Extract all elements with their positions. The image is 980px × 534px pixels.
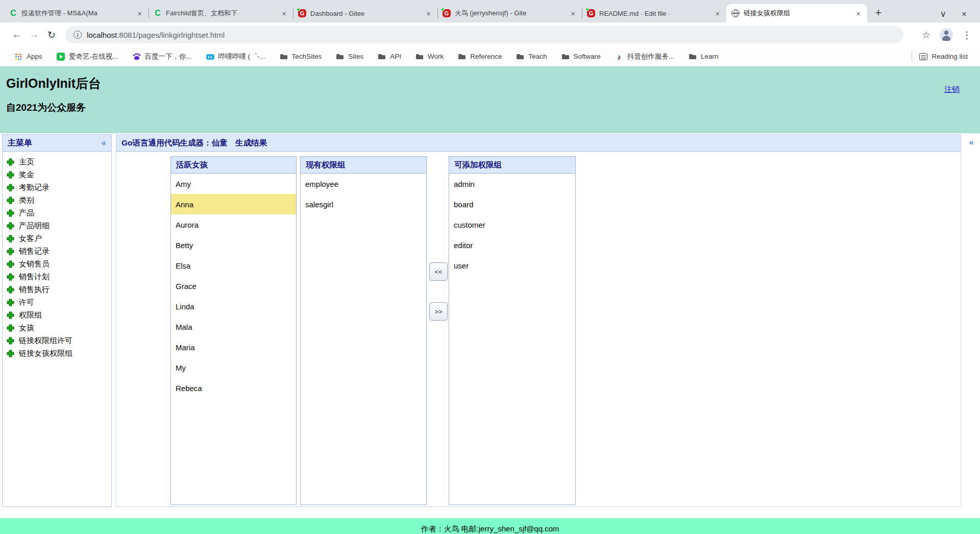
browser-tab[interactable]: 投递软件管理 - MS&A(Ma × xyxy=(4,4,149,22)
remove-rightset-button[interactable]: << xyxy=(429,262,448,281)
page-info-icon[interactable]: i xyxy=(74,31,82,39)
rightset-name: salesgirl xyxy=(305,200,333,209)
active-girls-list: Amy Anna Aurora Betty Elsa Grace Linda xyxy=(171,174,296,398)
menu-item[interactable]: 类别 xyxy=(7,194,111,207)
menu-item-label: 链接权限组许可 xyxy=(19,336,72,346)
bookmark-item[interactable]: Apps xyxy=(7,53,50,61)
menu-item[interactable]: 权限组 xyxy=(7,309,111,322)
bookmark-item[interactable]: API xyxy=(371,53,408,61)
bookmark-item[interactable]: TechSites xyxy=(273,53,329,61)
tab-close-icon[interactable]: × xyxy=(714,9,721,18)
tab-search-chevron-icon[interactable]: ∨ xyxy=(940,9,946,19)
bookmark-item[interactable]: Learn xyxy=(681,53,726,61)
browser-tab[interactable]: Fairchild首页、文档和下 × xyxy=(149,4,293,22)
bookmark-item[interactable]: 哔哩哔哩 (゜-... xyxy=(199,52,273,61)
page-footer: 作者：火鸟 电邮:jerry_shen_sjf@qq.com xyxy=(0,518,980,534)
rightset-row[interactable]: user xyxy=(449,255,575,276)
girl-row[interactable]: My xyxy=(171,357,296,378)
browser-tab[interactable]: README.md · Edit file · × xyxy=(582,4,726,22)
menu-item[interactable]: 链接女孩权限组 xyxy=(7,347,111,360)
reload-icon[interactable]: ↻ xyxy=(43,29,60,41)
logout-link[interactable]: 注销 xyxy=(944,85,960,94)
bookmark-item[interactable]: Sites xyxy=(329,53,371,61)
girl-name: Maria xyxy=(176,343,195,352)
tab-close-icon[interactable]: × xyxy=(136,9,143,18)
menu-item[interactable]: 链接权限组许可 xyxy=(7,334,111,347)
menu-item[interactable]: 主页 xyxy=(7,156,111,168)
rightset-row[interactable]: salesgirl xyxy=(301,194,426,214)
girl-row[interactable]: Mala xyxy=(171,317,296,337)
sidebar-collapse-icon[interactable]: « xyxy=(102,138,106,148)
bookmark-label: 百度一下，你... xyxy=(145,52,192,61)
menu-item[interactable]: 女孩 xyxy=(7,322,111,334)
bookmark-item[interactable]: 爱奇艺-在线视... xyxy=(50,52,126,61)
browser-tab[interactable]: 链接女孩权限组 × xyxy=(726,4,867,22)
browser-tab[interactable]: 火鸟 (jerryshensjf) - Gite × xyxy=(437,4,582,22)
menu-plus-icon xyxy=(7,222,14,230)
girl-row[interactable]: Anna xyxy=(171,194,296,214)
menu-item-label: 主页 xyxy=(19,157,34,167)
menu-item[interactable]: 女销售员 xyxy=(7,258,111,271)
rightset-row[interactable]: board xyxy=(449,194,575,214)
bookmark-icon xyxy=(378,53,386,61)
rightset-row[interactable]: editor xyxy=(449,235,575,255)
menu-item-label: 女孩 xyxy=(19,323,34,333)
menu-item[interactable]: 女客户 xyxy=(7,232,111,245)
divider xyxy=(912,52,912,62)
menu-item[interactable]: 产品明细 xyxy=(7,220,111,232)
window-close-icon[interactable]: × xyxy=(962,9,967,19)
girl-row[interactable]: Linda xyxy=(171,296,296,317)
menu-item[interactable]: 产品 xyxy=(7,207,111,220)
footer-text: 作者：火鸟 电邮:jerry_shen_sjf@qq.com xyxy=(421,524,559,534)
bookmark-item[interactable]: Teach xyxy=(509,53,554,61)
right-panel-collapse-icon[interactable]: « xyxy=(969,137,974,148)
browser-tab[interactable]: Dashboard - Gitee × xyxy=(293,4,437,22)
bookmark-item[interactable]: Work xyxy=(408,53,451,61)
back-icon[interactable]: ← xyxy=(8,29,26,40)
tab-favicon xyxy=(731,9,740,17)
menu-item[interactable]: 销售计划 xyxy=(7,271,111,283)
bookmark-item[interactable]: Software xyxy=(554,53,608,61)
tab-close-icon[interactable]: × xyxy=(425,9,432,18)
menu-item[interactable]: 许可 xyxy=(7,296,111,309)
girl-row[interactable]: Aurora xyxy=(171,214,296,235)
rightset-row[interactable]: customer xyxy=(449,214,575,235)
profile-avatar[interactable] xyxy=(940,28,953,41)
bookmark-icon xyxy=(458,53,466,61)
bookmark-item[interactable]: 抖音创作服务... xyxy=(608,52,681,61)
tab-favicon xyxy=(298,9,306,17)
bookmark-label: 抖音创作服务... xyxy=(627,52,674,61)
add-rightset-button[interactable]: >> xyxy=(429,302,448,321)
rightset-row[interactable]: admin xyxy=(449,174,575,194)
tab-close-icon[interactable]: × xyxy=(854,9,862,18)
notification-dot-icon xyxy=(585,8,589,11)
menu-plus-icon xyxy=(7,158,14,166)
bookmark-star-icon[interactable]: ☆ xyxy=(922,29,930,41)
girl-row[interactable]: Maria xyxy=(171,337,296,357)
browser-menu-icon[interactable]: ⋮ xyxy=(962,29,972,41)
rightset-row[interactable]: employee xyxy=(301,174,426,194)
girl-row[interactable]: Grace xyxy=(171,276,296,296)
menu-item[interactable]: 销售记录 xyxy=(7,245,111,258)
main-panel-header: Go语言通用代码生成器：仙童 生成结果 xyxy=(116,135,961,152)
reading-list-button[interactable]: Reading list xyxy=(903,52,973,62)
site-title: GirlOnlyInit后台 xyxy=(6,75,101,92)
girl-row[interactable]: Betty xyxy=(171,235,296,255)
bookmark-item[interactable]: Reference xyxy=(451,53,509,61)
bookmark-label: Work xyxy=(428,53,444,60)
girl-row[interactable]: Amy xyxy=(171,174,296,194)
rightset-name: editor xyxy=(454,241,473,250)
rightset-name: board xyxy=(454,200,473,209)
address-bar[interactable]: i localhost:8081/pages/linkgirlrightset.… xyxy=(65,26,903,43)
girl-name: Betty xyxy=(176,241,193,250)
menu-item[interactable]: 考勤记录 xyxy=(7,181,111,194)
tab-close-icon[interactable]: × xyxy=(280,9,288,18)
forward-icon[interactable]: → xyxy=(26,29,43,40)
girl-row[interactable]: Rebeca xyxy=(171,378,296,398)
new-tab-button[interactable]: + xyxy=(871,6,886,20)
menu-item[interactable]: 奖金 xyxy=(7,168,111,181)
tab-close-icon[interactable]: × xyxy=(569,9,577,18)
bookmark-item[interactable]: 百度一下，你... xyxy=(126,52,199,61)
menu-item[interactable]: 销售执行 xyxy=(7,283,111,296)
girl-row[interactable]: Elsa xyxy=(171,255,296,276)
